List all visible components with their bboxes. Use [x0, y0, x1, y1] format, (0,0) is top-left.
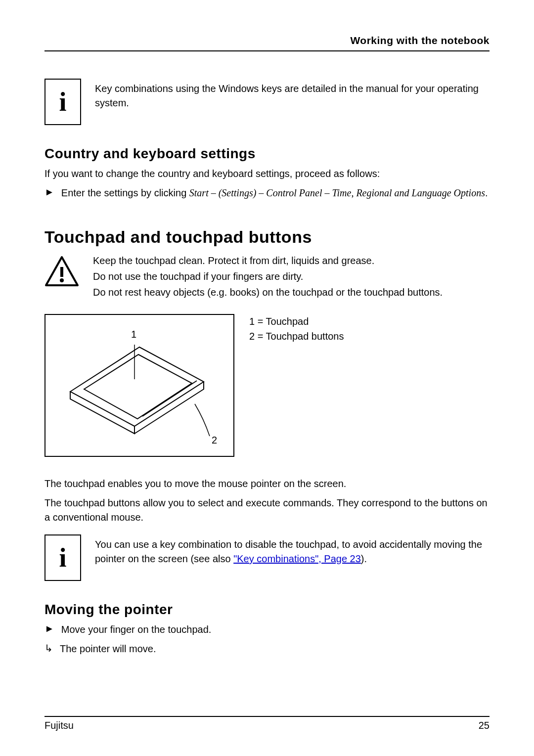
- warning-box: Keep the touchpad clean. Protect it from…: [44, 253, 490, 300]
- warn-line-1: Keep the touchpad clean. Protect it from…: [93, 253, 443, 268]
- info-text-2: You can use a key combination to disable…: [95, 534, 490, 566]
- touchpad-diagram: 1 2: [44, 314, 234, 457]
- info-box-2: i You can use a key combination to disab…: [44, 534, 490, 581]
- country-heading: Country and keyboard settings: [44, 146, 490, 162]
- info-box-1: i Key combinations using the Windows key…: [44, 79, 490, 125]
- moving-result: ↳ The pointer will move.: [44, 642, 490, 656]
- info2-tail: ).: [361, 553, 367, 564]
- bullet-triangle-icon: ►: [44, 623, 54, 634]
- info-icon: i: [44, 534, 81, 581]
- svg-marker-4: [84, 355, 192, 419]
- svg-rect-1: [60, 267, 63, 277]
- country-step: ► Enter the settings by clicking Start –…: [44, 186, 490, 200]
- moving-result-text: The pointer will move.: [60, 642, 156, 656]
- moving-heading: Moving the pointer: [44, 602, 490, 618]
- diagram-label-1: 1: [131, 329, 136, 340]
- moving-step-text: Move your finger on the touchpad.: [61, 623, 212, 637]
- legend-1: 1 = Touchpad: [249, 314, 344, 329]
- footer-rule: [44, 716, 490, 717]
- footer: Fujitsu 25: [44, 716, 490, 731]
- legend-2: 2 = Touchpad buttons: [249, 329, 344, 344]
- warn-line-3: Do not rest heavy objects (e.g. books) o…: [93, 284, 443, 300]
- touchpad-para-2: The touchpad buttons allow you to select…: [44, 496, 490, 525]
- result-arrow-icon: ↳: [44, 642, 53, 654]
- country-step-path: Start – (Settings) – Control Panel – Tim…: [189, 187, 485, 198]
- touchpad-para-1: The touchpad enables you to move the mou…: [44, 477, 490, 491]
- country-step-text: Enter the settings by clicking Start – (…: [61, 186, 488, 200]
- running-header: Working with the notebook: [44, 35, 490, 46]
- moving-step: ► Move your finger on the touchpad.: [44, 623, 490, 637]
- header-rule: [44, 50, 490, 51]
- footer-page: 25: [479, 720, 490, 731]
- country-intro: If you want to change the country and ke…: [44, 167, 490, 181]
- footer-brand: Fujitsu: [44, 720, 74, 731]
- diagram-row: 1 2 1 = Touchpad 2 = Touchpad buttons: [44, 314, 490, 457]
- svg-point-2: [60, 278, 64, 282]
- warning-icon: [44, 253, 79, 289]
- diagram-label-2: 2: [212, 435, 217, 446]
- info-icon: i: [44, 79, 81, 125]
- warn-line-2: Do not use the touchpad if your fingers …: [93, 268, 443, 284]
- svg-marker-3: [70, 347, 204, 426]
- country-step-tail: .: [485, 187, 488, 198]
- country-step-lead: Enter the settings by clicking: [61, 187, 189, 198]
- diagram-legend: 1 = Touchpad 2 = Touchpad buttons: [249, 314, 344, 344]
- warning-text: Keep the touchpad clean. Protect it from…: [93, 253, 443, 300]
- touchpad-heading: Touchpad and touchpad buttons: [44, 227, 490, 247]
- key-combinations-link[interactable]: "Key combinations", Page 23: [233, 553, 361, 564]
- info-text: Key combinations using the Windows keys …: [95, 79, 490, 110]
- bullet-triangle-icon: ►: [44, 186, 54, 198]
